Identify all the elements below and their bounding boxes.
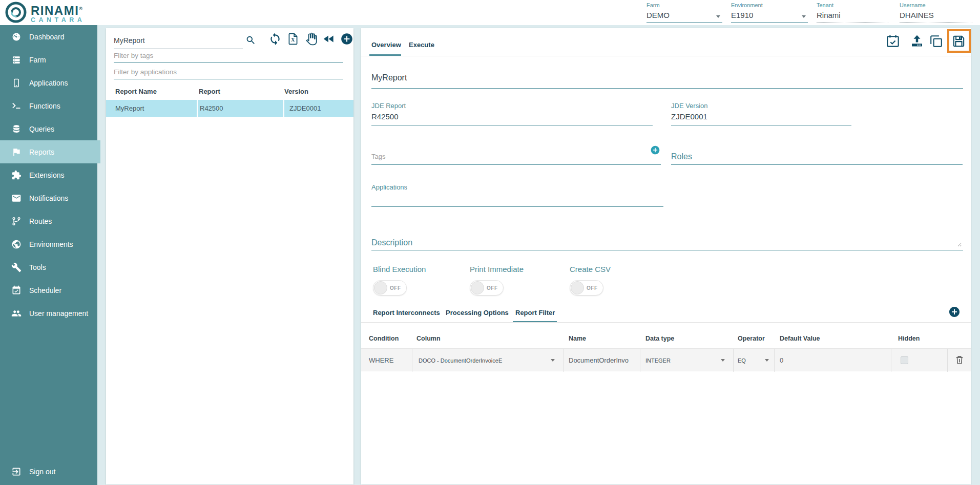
column-header-default-value: Default Value: [775, 335, 891, 342]
print-immediate-toggle[interactable]: OFF: [470, 280, 504, 296]
jde-version-field[interactable]: JDE Version ZJDE0001: [671, 102, 851, 125]
column-select[interactable]: DOCO - DocumentOrderInvoiceE: [412, 349, 564, 372]
name-input[interactable]: DocumentOrderInvo: [564, 349, 640, 372]
column-header-operator: Operator: [734, 335, 775, 342]
search-input[interactable]: [114, 34, 243, 49]
notifications-icon: [11, 193, 22, 203]
sidebar-item-label: Farm: [29, 56, 46, 64]
sidebar-item-functions[interactable]: Functions: [0, 94, 97, 117]
applications-field[interactable]: Applications: [371, 183, 663, 207]
add-filter-button[interactable]: [948, 306, 961, 320]
sidebar-item-sign-out[interactable]: Sign out: [0, 460, 97, 483]
svg-text:X: X: [291, 37, 295, 43]
sidebar-item-reports[interactable]: Reports: [0, 140, 100, 163]
sidebar-item-routes[interactable]: Routes: [0, 209, 97, 233]
tab-overview[interactable]: Overview: [371, 41, 401, 49]
resize-handle-icon[interactable]: [957, 240, 962, 249]
farm-select[interactable]: Farm DEMO: [647, 2, 722, 23]
operator-select[interactable]: EQ: [734, 349, 775, 372]
description-label: Description: [371, 237, 963, 247]
delete-row-button[interactable]: [954, 355, 965, 366]
add-icon: [340, 39, 353, 47]
subtab-processing-options[interactable]: Processing Options: [446, 309, 509, 317]
rewind-button[interactable]: [322, 32, 336, 46]
sidebar-item-scheduler[interactable]: Scheduler: [0, 279, 97, 302]
description-field[interactable]: Description: [371, 237, 963, 250]
user-management-icon: [11, 308, 22, 319]
save-button[interactable]: [951, 34, 966, 50]
sidebar-item-applications[interactable]: Applications: [0, 71, 97, 94]
tags-field[interactable]: Tags: [371, 153, 661, 165]
scheduler-icon: [11, 285, 22, 296]
create-csv-label: Create CSV: [570, 265, 611, 273]
chevron-down-icon: [765, 359, 769, 362]
schedule-button[interactable]: [885, 33, 901, 50]
toggle-state: OFF: [487, 285, 498, 291]
report-name-value: MyReport: [371, 73, 407, 82]
jde-report-field[interactable]: JDE Report R42500: [371, 102, 653, 125]
reports-icon: [11, 147, 22, 157]
report-name-cell: MyReport: [106, 100, 198, 117]
applications-icon: [11, 78, 22, 88]
dashboard-icon: [11, 32, 22, 42]
tags-label: Tags: [371, 153, 661, 160]
sidebar: Dashboard Farm Applications Functions Qu…: [0, 25, 97, 485]
subtab-report-filter[interactable]: Report Filter: [515, 309, 555, 317]
jde-report-label: JDE Report: [371, 102, 653, 110]
sidebar-item-environments[interactable]: Environments: [0, 233, 97, 256]
subtab-divider: [361, 322, 971, 323]
copy-icon: [929, 43, 944, 50]
subtab-report-interconnects[interactable]: Report Interconnects: [373, 309, 440, 317]
column-header-report: Report: [199, 88, 220, 95]
data-type-select[interactable]: INTEGER: [640, 349, 734, 372]
applications-label: Applications: [371, 183, 663, 191]
tenant-label: Tenant: [817, 2, 888, 8]
sidebar-item-queries[interactable]: Queries: [0, 117, 97, 140]
hidden-checkbox[interactable]: [901, 356, 908, 364]
brand-logo: RINAMI® CANTARA: [5, 2, 85, 25]
filter-applications-input[interactable]: [114, 67, 343, 79]
username-value: DHAINES: [900, 11, 972, 19]
add-report-button[interactable]: [340, 32, 353, 46]
sidebar-item-label: Scheduler: [29, 286, 61, 294]
report-name-field[interactable]: MyReport: [371, 73, 963, 89]
search-icon: [245, 35, 256, 48]
roles-field[interactable]: Roles: [671, 151, 963, 165]
sidebar-item-label: Reports: [29, 148, 54, 156]
sidebar-item-label: Functions: [29, 102, 60, 110]
sidebar-item-user-management[interactable]: User management: [0, 302, 97, 325]
report-cell: R42500: [198, 100, 284, 117]
default-value-input[interactable]: 0: [775, 349, 891, 372]
toggle-state: OFF: [390, 285, 401, 291]
sign-out-icon: [11, 467, 22, 477]
functions-icon: [11, 101, 22, 111]
create-csv-toggle[interactable]: OFF: [570, 280, 603, 296]
trash-icon: [954, 359, 965, 367]
environment-select[interactable]: Environment E1910: [731, 2, 808, 23]
sidebar-item-extensions[interactable]: Extensions: [0, 163, 97, 186]
copy-button[interactable]: [929, 34, 944, 50]
tab-execute[interactable]: Execute: [409, 41, 434, 49]
schedule-calendar-icon: [885, 43, 901, 50]
export-excel-button[interactable]: X: [286, 32, 300, 46]
sidebar-item-farm[interactable]: Farm: [0, 48, 97, 71]
sign-out-label: Sign out: [29, 468, 55, 476]
blind-execution-toggle[interactable]: OFF: [373, 280, 407, 296]
column-header-name: Name: [564, 335, 640, 342]
filter-tags-input[interactable]: [114, 51, 343, 63]
sidebar-item-tools[interactable]: Tools: [0, 256, 97, 279]
upload-button[interactable]: [909, 33, 925, 50]
report-list-row-selected[interactable]: MyReport R42500 ZJDE0001: [106, 100, 353, 117]
sidebar-item-notifications[interactable]: Notifications: [0, 186, 97, 209]
refresh-button[interactable]: [268, 32, 282, 46]
report-detail-panel: Overview Execute MyReport: [361, 28, 971, 484]
sidebar-item-dashboard[interactable]: Dashboard: [0, 25, 97, 48]
top-header: RINAMI® CANTARA Farm DEMO Environment E1…: [0, 0, 980, 25]
column-header-data-type: Data type: [640, 335, 734, 342]
hand-select-button[interactable]: [304, 32, 318, 46]
hidden-cell: [891, 349, 948, 372]
add-tag-button[interactable]: [650, 145, 660, 157]
toggle-knob: [571, 281, 584, 294]
environment-value: E1910: [731, 11, 808, 19]
sidebar-item-label: Dashboard: [29, 33, 65, 41]
